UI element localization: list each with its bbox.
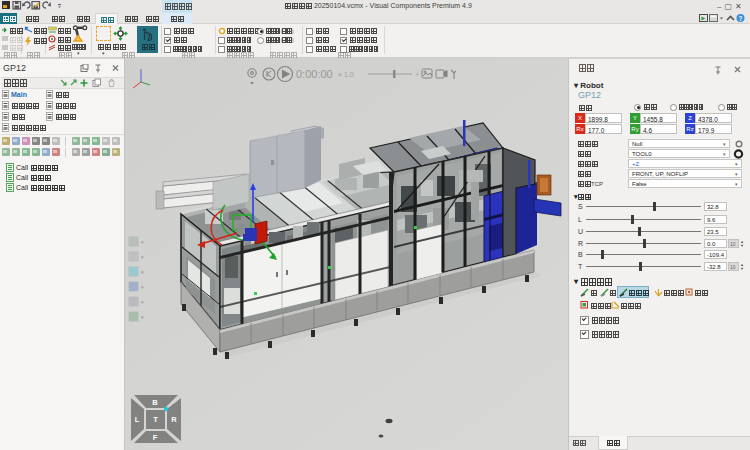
svg-text:0:00:00: 0:00:00	[296, 68, 333, 80]
svg-text:?: ?	[739, 15, 743, 22]
svg-text:T: T	[153, 415, 158, 424]
svg-text:× 1.0: × 1.0	[338, 71, 354, 78]
svg-text:+: +	[415, 70, 420, 79]
svg-text:R: R	[171, 415, 177, 424]
svg-text:F: F	[153, 433, 158, 442]
svg-text:L: L	[135, 415, 140, 424]
svg-text:B: B	[152, 398, 158, 407]
